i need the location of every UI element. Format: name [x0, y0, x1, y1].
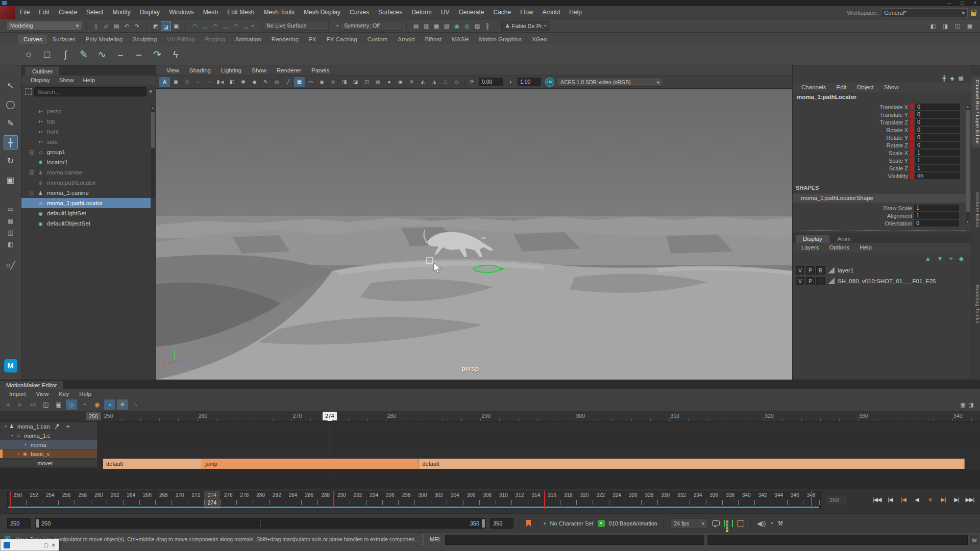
- menu-item[interactable]: Curves: [345, 6, 374, 19]
- channel-box-menu-item[interactable]: Edit: [832, 83, 851, 92]
- menu-item[interactable]: Modify: [108, 6, 135, 19]
- outliner-item[interactable]: ◉ defaultLightSet: [21, 208, 151, 218]
- attribute-label[interactable]: Translate X: [793, 104, 910, 110]
- menu-item[interactable]: Generate: [454, 6, 488, 19]
- attribute-value-field[interactable]: 1: [915, 157, 960, 164]
- menu-item[interactable]: UV: [436, 6, 454, 19]
- single-view-layout-icon[interactable]: ▭: [5, 205, 16, 214]
- layer-tab[interactable]: Anim: [830, 235, 858, 243]
- expand-icon[interactable]: [30, 221, 34, 226]
- menu-item[interactable]: Mesh: [199, 6, 223, 19]
- mm-network-icon[interactable]: ∴: [130, 399, 141, 410]
- cached-playback-icon[interactable]: [724, 520, 733, 527]
- shelf-tab[interactable]: Curves: [18, 35, 47, 44]
- smooth-shade-icon[interactable]: ●: [384, 77, 395, 87]
- current-time-field[interactable]: 250: [826, 495, 847, 505]
- outliner-item[interactable]: ⊛ moma_1:pathLocator: [21, 198, 151, 208]
- zoom-tool-icon[interactable]: ○╱: [6, 261, 15, 270]
- shelf-tab[interactable]: Surfaces: [47, 35, 80, 44]
- bezier-curve-icon[interactable]: ∿: [94, 46, 110, 63]
- two-pane-icon[interactable]: ◨: [940, 21, 950, 31]
- viewport-menu-item[interactable]: Renderer: [272, 65, 306, 75]
- playback-message-icon[interactable]: [712, 520, 720, 526]
- viewport-scene[interactable]: y x z persp: [156, 89, 792, 380]
- audio-icon[interactable]: ◀)): [757, 520, 766, 527]
- use-all-lights-icon[interactable]: ✳: [406, 77, 417, 87]
- scale-tool[interactable]: ▣: [4, 173, 18, 187]
- attribute-value-field[interactable]: 0: [915, 142, 960, 148]
- render-view-icon[interactable]: ▤: [411, 21, 421, 31]
- attribute-value-field[interactable]: 0: [915, 127, 960, 133]
- layer-row[interactable]: V P R layer1: [793, 265, 971, 276]
- attribute-label[interactable]: Alignment: [793, 213, 914, 219]
- attribute-value-field[interactable]: 0: [915, 104, 960, 110]
- menu-item[interactable]: File: [15, 6, 34, 19]
- ipr-render-icon[interactable]: ◎: [462, 21, 472, 31]
- snap-grid-icon[interactable]: ◠: [190, 21, 200, 31]
- expand-icon[interactable]: [30, 160, 34, 165]
- attribute-value-field[interactable]: 0: [915, 111, 960, 118]
- attribute-label[interactable]: Scale X: [793, 150, 910, 156]
- popup-restore-button[interactable]: ▢: [43, 542, 48, 548]
- three-pane-icon[interactable]: ◫: [952, 21, 963, 31]
- tab-attribute-editor[interactable]: Attribute Editor: [971, 192, 980, 228]
- cb-speed-icon[interactable]: ◈: [950, 75, 954, 82]
- menu-item[interactable]: Edit Mesh: [223, 6, 259, 19]
- menu-item[interactable]: Display: [135, 6, 164, 19]
- search-input[interactable]: [34, 87, 146, 96]
- lock-icon[interactable]: [971, 10, 976, 16]
- attribute-label[interactable]: Orientation: [793, 220, 914, 227]
- attribute-label[interactable]: Translate Z: [793, 119, 910, 126]
- camera-lock-icon[interactable]: ◧: [227, 77, 237, 87]
- mm-single-view-icon[interactable]: ▭: [28, 399, 39, 410]
- selected-highlight-icon[interactable]: A: [159, 77, 170, 87]
- outliner-item[interactable]: ✱ locator1: [21, 157, 151, 167]
- popup-window-fragment[interactable]: ▢ ✕: [0, 539, 59, 551]
- camera-attributes-icon[interactable]: ✱: [238, 77, 249, 87]
- new-empty-layer-icon[interactable]: +: [949, 255, 953, 262]
- select-tool[interactable]: ↖: [4, 79, 18, 93]
- shelf-tab[interactable]: Bifrost: [420, 35, 447, 44]
- gate-mask-icon[interactable]: ▣: [328, 77, 338, 87]
- rotate-tool[interactable]: ↻: [4, 154, 18, 168]
- layer-row[interactable]: V P SH_080_v010:SHOT_01___F01_F25: [793, 276, 971, 286]
- channel-box-menu-item[interactable]: Channels: [797, 83, 831, 92]
- mm-panel-close-icon[interactable]: ◨: [969, 402, 974, 408]
- gamma-field[interactable]: 1.00: [518, 78, 541, 86]
- select-object-icon[interactable]: ◪: [161, 21, 171, 31]
- cache-status-icon[interactable]: [737, 520, 744, 527]
- shelf-tab[interactable]: Rigging: [200, 35, 230, 44]
- layer-menu-item[interactable]: Layers: [797, 243, 824, 253]
- close-button[interactable]: ✕: [973, 0, 977, 6]
- shelf-tab[interactable]: UV Editing: [162, 35, 200, 44]
- menu-item[interactable]: Edit: [34, 6, 54, 19]
- textured-mode-icon[interactable]: ▱: [204, 77, 215, 87]
- tab-channel-box[interactable]: Channel Box / Layer Editor: [971, 77, 980, 147]
- viewport-menu-item[interactable]: Panels: [306, 65, 334, 75]
- go-to-end-button[interactable]: ▶▶|: [964, 493, 976, 506]
- mm-footstep-icon[interactable]: ❖: [117, 399, 128, 410]
- layer-visible-toggle[interactable]: V: [796, 277, 804, 285]
- shelf-tab[interactable]: Sculpting: [128, 35, 162, 44]
- save-scene-icon[interactable]: ▤: [111, 21, 121, 31]
- track-row[interactable]: ▾ ◉ basic_v: [0, 449, 97, 459]
- shelf-tab[interactable]: Motion Graphics: [474, 35, 527, 44]
- expand-icon[interactable]: +: [30, 170, 34, 175]
- channel-box-menu-item[interactable]: Object: [852, 83, 878, 92]
- single-pane-icon[interactable]: ◧: [928, 21, 938, 31]
- color-management-toggle[interactable]: ON: [545, 78, 554, 87]
- shelf-tab[interactable]: XGen: [527, 35, 552, 44]
- layer-menu-item[interactable]: Help: [855, 243, 876, 253]
- expand-icon[interactable]: [30, 181, 34, 185]
- expand-icon[interactable]: [30, 119, 34, 124]
- expand-arrow-icon[interactable]: ▾: [16, 452, 21, 456]
- menu-item[interactable]: Mesh Tools: [259, 6, 299, 19]
- menu-item[interactable]: Create: [54, 6, 82, 19]
- outliner-menu-item[interactable]: Help: [79, 76, 100, 85]
- persp-graph-layout-icon[interactable]: ◧: [5, 240, 16, 249]
- outliner-item[interactable]: ▮◄ persp: [21, 106, 151, 116]
- tab-modeling-toolkit[interactable]: Modeling Toolkit: [971, 285, 980, 323]
- chevron-down-icon[interactable]: ▾: [252, 23, 254, 28]
- menu-item[interactable]: Surfaces: [374, 6, 407, 19]
- image-gate-icon[interactable]: ◪: [350, 77, 361, 87]
